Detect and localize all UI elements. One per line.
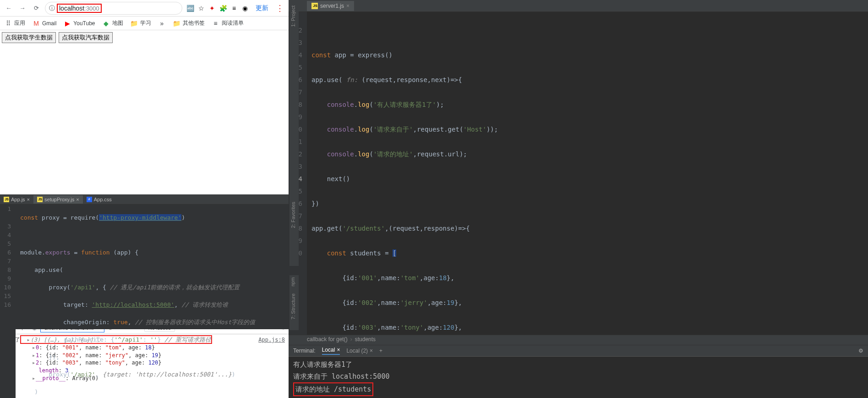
close-tab-icon[interactable]: × (346, 3, 349, 9)
close-icon[interactable]: × (337, 347, 340, 353)
bookmark-youtube[interactable]: ▶YouTube (64, 20, 95, 27)
js-file-icon: JS (311, 3, 318, 9)
back-button[interactable]: ← (4, 3, 14, 13)
bookmark-gmail[interactable]: MGmail (33, 20, 56, 27)
code-area[interactable]: const app = express() app.use( fn: (requ… (307, 12, 624, 335)
info-icon: ⓘ (49, 4, 55, 12)
add-terminal-button[interactable]: + (379, 348, 382, 354)
update-button[interactable]: 更新 (252, 3, 272, 13)
fetch-cars-button[interactable]: 点我获取汽车数据 (59, 32, 113, 43)
structure-tool[interactable]: 7: Structure (290, 293, 296, 320)
terminal-tab-local2[interactable]: Local (2) × (346, 348, 373, 354)
list-icon[interactable]: ≡ (230, 4, 238, 12)
menu-icon[interactable]: ⋮ (275, 3, 285, 13)
breadcrumb: callback for get()›students (289, 335, 868, 345)
bookmark-more[interactable]: » (158, 20, 166, 27)
favorites-tool[interactable]: 2: Favorites (290, 202, 296, 228)
terminal-label: Terminal: (293, 348, 316, 354)
bookmarks-bar: ⠿应用 MGmail ▶YouTube ◆地图 📁学习 » 📁其他书签 ≡阅读清… (0, 17, 289, 30)
url-port: :3000 (84, 5, 99, 12)
terminal-output: 有人请求服务器1了 请求来自于 localhost:5000 请求的地址 /st… (289, 357, 868, 398)
puzzle-icon[interactable]: 🧩 (219, 4, 227, 12)
tab-app-css[interactable]: #App.css (83, 195, 115, 204)
project-tool[interactable]: 1: Project (290, 6, 296, 27)
fetch-students-button[interactable]: 点我获取学生数据 (2, 32, 56, 43)
tab-app-js[interactable]: JSApp.js × (0, 195, 33, 204)
editor-tab-server1[interactable]: JS server1.js × (307, 1, 354, 11)
disc-icon[interactable]: ◉ (241, 4, 249, 12)
code-area-bottom[interactable]: const proxy = require('http-proxy-middle… (16, 205, 255, 398)
translate-icon[interactable]: 🔤 (186, 4, 194, 12)
reload-button[interactable]: ⟳ (31, 3, 41, 13)
bookmark-other[interactable]: 📁其他书签 (173, 19, 205, 27)
line-gutter: 13456789101516 (0, 205, 16, 398)
bookmark-study[interactable]: 📁学习 (131, 19, 151, 27)
tab-setupproxy-js[interactable]: JSsetupProxy.js × (33, 195, 83, 204)
star-icon[interactable]: ☆ (197, 4, 205, 12)
terminal-gear-icon[interactable]: ⚙ (858, 348, 863, 354)
red-ext-icon[interactable]: ✦ (208, 4, 216, 12)
terminal-tab-local[interactable]: Local × (322, 347, 340, 355)
bookmark-apps[interactable]: ⠿应用 (5, 19, 25, 27)
npm-tool[interactable]: npm (290, 277, 295, 286)
url-host: localhost (59, 5, 84, 12)
page-content: 点我获取学生数据 点我获取汽车数据 (0, 30, 289, 45)
url-bar[interactable]: ⓘ localhost:3000 (45, 2, 182, 15)
forward-button[interactable]: → (17, 3, 27, 13)
close-icon[interactable]: × (370, 348, 373, 354)
bookmark-maps[interactable]: ◆地图 (103, 19, 123, 27)
bookmark-reading[interactable]: ≡阅读清单 (212, 19, 244, 27)
